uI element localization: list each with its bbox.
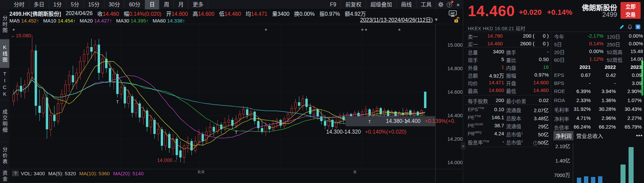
panel-collapse-handle[interactable]: » bbox=[461, 142, 465, 150]
sidebar-item-成交明细[interactable]: 成交明细 bbox=[0, 100, 9, 142]
panel-cell: 1.36% bbox=[601, 97, 616, 103]
help-icon[interactable]: ? bbox=[445, 0, 454, 9]
panel-cell: 0.00% bbox=[629, 41, 643, 46]
pencil-icon[interactable] bbox=[619, 24, 625, 30]
sidebar-item-分时图[interactable]: 分时图 bbox=[0, 9, 9, 39]
more-dots-icon[interactable]: ••• bbox=[636, 133, 643, 139]
period-tab-1分[interactable]: 1分 bbox=[49, 0, 66, 9]
panel-cell: 14.600 bbox=[533, 80, 549, 85]
panel-cell: 14.460 bbox=[533, 87, 549, 93]
divider bbox=[464, 95, 550, 95]
trade-now-button[interactable]: 立即 交易 bbox=[621, 2, 641, 19]
panel-cell: 1 bbox=[501, 64, 504, 70]
candlestick-canvas[interactable] bbox=[10, 24, 436, 169]
tab-net-profit[interactable]: 净利润 bbox=[553, 131, 574, 140]
notification-dot bbox=[451, 1, 453, 3]
panel-cell: 0.67 bbox=[581, 72, 591, 78]
panel-cell: PETTM bbox=[468, 115, 481, 120]
panel-cell: 内盘 bbox=[506, 64, 516, 71]
double-chevron-icon[interactable]: » bbox=[454, 0, 462, 9]
help-question-icon[interactable]: ? bbox=[12, 171, 19, 176]
panel-cell: !50亿 bbox=[533, 139, 549, 146]
sidebar-item-资金[interactable]: 资金 bbox=[0, 169, 9, 183]
panel-header-icons bbox=[619, 24, 641, 30]
divider bbox=[551, 32, 551, 146]
info-segment: 高14.600 bbox=[193, 9, 214, 17]
star-event-icon: ★ bbox=[361, 28, 364, 32]
t-event-icon: T bbox=[116, 100, 118, 104]
kline-chart-area[interactable]: 15.00014.80014.60014.40014.20014.000 ←15… bbox=[9, 24, 462, 183]
tool-工具[interactable]: 工具 bbox=[416, 0, 436, 9]
plus-square-icon[interactable] bbox=[635, 24, 641, 30]
tool-前复权[interactable]: 前复权 bbox=[341, 0, 366, 9]
tool-超级叠加[interactable]: 超级叠加 bbox=[366, 0, 397, 9]
panel-cell: 0.09 bbox=[632, 72, 642, 78]
panel-cell: 31.92% bbox=[574, 106, 591, 112]
price-tick: 14.400 bbox=[447, 112, 462, 118]
sidebar-item-TICK[interactable]: TICK bbox=[0, 68, 9, 100]
panel-cell: -2.17% bbox=[587, 33, 603, 39]
divider bbox=[464, 104, 550, 105]
panel-cell: 0.14% bbox=[589, 41, 603, 46]
panel-cell: 流通盘 bbox=[506, 106, 521, 113]
period-tab-日[interactable]: 日 bbox=[145, 0, 159, 9]
panel-cell: 2.90% bbox=[627, 88, 642, 94]
tool-画线[interactable]: 画线 bbox=[397, 0, 416, 9]
panel-cell: 卖一 bbox=[468, 33, 478, 40]
stock-code: 2499 bbox=[602, 11, 617, 18]
panel-cell: 1.12% bbox=[589, 56, 603, 62]
panel-cell: 总额 bbox=[468, 72, 478, 79]
period-tabs: 分时多日1分5分15分30分60分日周月更多 bbox=[9, 0, 208, 9]
period-tab-分时[interactable]: 分时 bbox=[9, 0, 29, 9]
panel-cell: 20日 bbox=[554, 48, 565, 55]
gear-icon[interactable] bbox=[436, 0, 445, 9]
sidebar-item-K线图[interactable]: K线图 bbox=[0, 39, 9, 68]
ma-value-MA5: MA5 14.452↑ bbox=[9, 18, 39, 24]
chevron-down-icon: ▼ bbox=[434, 17, 438, 22]
mini-chart-bar bbox=[591, 177, 595, 183]
bell-icon[interactable] bbox=[627, 24, 633, 30]
period-tab-更多[interactable]: 更多 bbox=[188, 0, 208, 9]
t-event-icon: T bbox=[368, 120, 371, 124]
star-event-icon: ★ bbox=[364, 28, 368, 32]
tool-F9[interactable]: F9 bbox=[326, 0, 341, 9]
panel-cell: 4.92万 bbox=[489, 72, 504, 79]
star-event-icon: ★ bbox=[12, 28, 15, 32]
divider bbox=[464, 147, 550, 147]
lock-icon[interactable] bbox=[453, 17, 459, 23]
info-segment: 量3400 bbox=[272, 9, 290, 17]
mini-chart-bar bbox=[598, 176, 602, 183]
toolbar-right: F9前复权超级叠加画线工具 ? » bbox=[326, 0, 462, 9]
price-tick: 14.200 bbox=[447, 136, 462, 142]
chart-mode-sidebar: 分时图K线图TICK成交明细分价表资金 bbox=[0, 9, 9, 183]
period-tab-60分[interactable]: 60分 bbox=[125, 0, 145, 9]
period-tab-30分[interactable]: 30分 bbox=[104, 0, 125, 9]
r-event-icon: R bbox=[354, 170, 357, 175]
panel-cell: 15.48 bbox=[630, 48, 643, 54]
period-tab-月[interactable]: 月 bbox=[174, 0, 188, 9]
panel-cell: 今年 bbox=[554, 33, 564, 40]
tab-total-revenue[interactable]: 营业总收入 bbox=[574, 131, 606, 140]
panel-cell: 2.07亿 bbox=[534, 106, 549, 113]
wp-monitor-icon[interactable]: WP bbox=[449, 10, 457, 17]
scrollbar-thumb[interactable] bbox=[641, 60, 643, 96]
price-tick: 14.800 bbox=[447, 65, 462, 71]
period-tab-5分[interactable]: 5分 bbox=[66, 0, 84, 9]
sidebar-item-分价表[interactable]: 分价表 bbox=[0, 142, 9, 169]
panel-cell: 5 bbox=[501, 56, 504, 62]
volume-header-segment: MA(20): 5140 bbox=[113, 171, 144, 176]
panel-cell: - bbox=[614, 80, 616, 86]
period-tab-多日[interactable]: 多日 bbox=[29, 0, 49, 9]
panel-cell: 总股本 bbox=[506, 115, 521, 122]
panel-cell: 0.00% bbox=[589, 48, 603, 54]
panel-cell: 0.02 bbox=[539, 97, 549, 103]
price-tick: 14.600 bbox=[447, 89, 462, 95]
date-range-selector[interactable]: 2023/11/13-2024/04/26(112日) ▼ bbox=[360, 15, 438, 24]
panel-cell: - bbox=[589, 80, 591, 86]
panel-cell: 5日 bbox=[554, 41, 562, 48]
mini-chart-axis bbox=[573, 143, 573, 183]
ma-value-MA20: MA20 14.427↑ bbox=[80, 18, 112, 24]
panel-cell: 200 ( 0 ) bbox=[523, 33, 549, 39]
period-tab-周[interactable]: 周 bbox=[159, 0, 174, 9]
period-tab-15分[interactable]: 15分 bbox=[84, 0, 104, 9]
